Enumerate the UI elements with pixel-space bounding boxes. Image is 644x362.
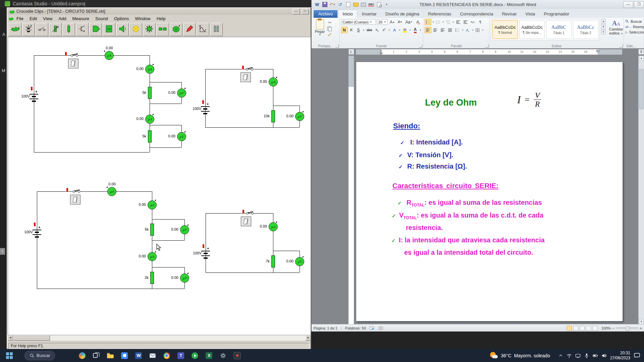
view-print-layout[interactable] xyxy=(567,326,572,330)
circuit-1-wire[interactable] xyxy=(34,55,34,152)
copy-icon[interactable] xyxy=(327,26,333,31)
word-count[interactable]: Palabras: 59 xyxy=(345,326,366,330)
page-count[interactable]: Página: 1 de 1 xyxy=(314,326,337,330)
document-page[interactable]: Ley de Ohm I = V R Siendo: ✓I: Intensida… xyxy=(356,62,623,321)
circuit-4-wire[interactable] xyxy=(206,213,206,273)
tool-pause-button[interactable] xyxy=(210,23,223,36)
scrollbar-thumb[interactable] xyxy=(13,335,50,341)
scroll-right-button[interactable]: ► xyxy=(306,335,311,341)
shrink-font-button[interactable]: A▼ xyxy=(397,19,404,25)
menu-help[interactable]: Help xyxy=(154,15,169,22)
format-painter-icon[interactable]: 🖉 xyxy=(327,32,333,37)
tool-probe-button[interactable] xyxy=(183,23,196,36)
tab-archivo[interactable]: Archivo xyxy=(314,10,337,18)
superscript-button[interactable]: x2 xyxy=(381,27,387,33)
circuit-2-battery-plate[interactable] xyxy=(201,111,210,112)
circuit-1-battery-plate[interactable] xyxy=(32,101,36,102)
circuit-1-switch-contact[interactable] xyxy=(76,54,78,57)
customize-arrow-icon[interactable]: ▾ xyxy=(384,2,389,7)
align-left-button[interactable] xyxy=(425,27,431,33)
tab-selector[interactable]: L xyxy=(348,49,354,55)
zoom-slider[interactable] xyxy=(616,327,639,328)
styles-more-button[interactable]: ⊽ xyxy=(601,29,606,35)
seleccionar-button[interactable]: ▷Seleccionar xyxy=(625,30,642,34)
styles-dialog-launcher[interactable] xyxy=(620,44,623,48)
circuit-1-wire[interactable] xyxy=(34,152,150,153)
style--normal[interactable]: AaBbCcDc¶ Normal xyxy=(492,20,518,39)
spelling-icon[interactable]: ABC xyxy=(368,2,374,7)
word-minimize-button[interactable]: — xyxy=(623,1,633,8)
tool-crocodile-button[interactable] xyxy=(9,23,21,36)
circuit-1-wire[interactable] xyxy=(34,55,150,56)
styles-scroll-up[interactable]: ▲ xyxy=(601,19,606,24)
circuit-2-wire[interactable] xyxy=(205,69,206,127)
tab-revisar[interactable]: Revisar xyxy=(498,10,521,18)
tab-inicio[interactable]: Inicio xyxy=(338,10,357,18)
canvas-horizontal-scrollbar[interactable]: ◄ ► xyxy=(8,335,311,341)
edge-circle-taskbar-icon[interactable] xyxy=(77,351,87,360)
new-document-icon[interactable] xyxy=(345,2,351,7)
menu-view[interactable]: View xyxy=(40,15,55,22)
change-styles-button[interactable]: AA Cambiar estilos ▼ xyxy=(607,19,625,36)
line-spacing-button[interactable] xyxy=(454,27,461,33)
decrease-indent-button[interactable] xyxy=(455,19,462,25)
doc-scroll-down[interactable]: ▼ xyxy=(639,319,644,324)
circuit-3-ammeter[interactable]: µA xyxy=(107,187,116,196)
circuit-4-battery-plate[interactable] xyxy=(201,255,210,256)
circuit-3-wire[interactable] xyxy=(152,267,184,267)
word-titlebar[interactable]: W↶▼↺ABC▾ TEMA 2 RESISTENCIEAS EN SERIE.d… xyxy=(312,0,644,9)
mic-icon[interactable] xyxy=(584,353,590,358)
circuit-1-wire[interactable] xyxy=(150,147,181,148)
circuit-1-switch[interactable] xyxy=(68,59,78,68)
grow-font-button[interactable]: A▲ xyxy=(389,19,396,25)
tool-lamp-button[interactable] xyxy=(129,23,142,36)
styles-scroll-down[interactable]: ▼ xyxy=(601,24,606,29)
mail-taskbar-icon[interactable] xyxy=(148,351,157,360)
scroll-left-button[interactable]: ◄ xyxy=(8,335,13,341)
file-explorer-taskbar-icon[interactable] xyxy=(106,351,115,360)
justify-button[interactable] xyxy=(447,27,453,33)
tool-resistor-button[interactable] xyxy=(62,23,75,36)
strikethrough-button[interactable]: abe xyxy=(366,27,373,33)
chevron-up-icon[interactable] xyxy=(558,353,564,358)
tab-referencias[interactable]: Referencias xyxy=(424,10,455,18)
font-size-combo[interactable]: 20▼ xyxy=(377,19,388,25)
weather-widget[interactable]: 36°C Mayorm. soleado xyxy=(490,352,550,359)
circuit-2-resistor-10k[interactable] xyxy=(271,110,275,122)
circuit-1-voltmeter[interactable]: µV xyxy=(177,88,186,98)
circuit-4-battery-plate[interactable] xyxy=(204,253,208,254)
tool-and-gate-button[interactable] xyxy=(89,23,102,36)
multilevel-list-button[interactable] xyxy=(445,19,451,25)
zoom-in-button[interactable]: + xyxy=(640,326,642,330)
zoom-level[interactable]: 100% xyxy=(601,326,611,330)
circuit-canvas[interactable]: +100VµA0.00µA0.00µV0.00µA0.00µV0.005k5k+… xyxy=(8,37,311,335)
teams-taskbar-icon[interactable]: T xyxy=(176,351,185,360)
circuit-1-battery[interactable] xyxy=(30,94,38,95)
paste-button[interactable]: Pegar ▼ xyxy=(313,19,327,37)
circuit-1-ammeter[interactable]: µA xyxy=(145,115,154,124)
align-right-button[interactable] xyxy=(439,27,446,33)
circuit-3-voltmeter[interactable]: µV xyxy=(180,274,189,283)
tool-oscilloscope-button[interactable] xyxy=(197,23,209,36)
cast-icon[interactable] xyxy=(575,353,581,358)
bold-button[interactable]: N xyxy=(341,27,347,33)
circuit-4-wire[interactable] xyxy=(206,273,300,273)
zoom-out-button[interactable]: − xyxy=(612,326,614,330)
circuit-3-switch[interactable] xyxy=(70,195,80,204)
app-blue-taskbar-icon[interactable] xyxy=(120,351,129,360)
borders-button[interactable] xyxy=(474,27,481,33)
circuit-4-ammeter[interactable]: µA xyxy=(269,222,278,231)
print-preview-icon[interactable] xyxy=(376,2,382,7)
circuit-4-switch-contact[interactable] xyxy=(251,212,254,215)
view-fullscreen[interactable] xyxy=(573,326,578,330)
circuit-4-battery-plate[interactable] xyxy=(204,257,208,259)
battery-icon[interactable] xyxy=(593,353,598,358)
italic-button[interactable]: K xyxy=(348,27,355,33)
sort-button[interactable]: AZ↓ xyxy=(470,19,476,25)
circuit-2-wire[interactable] xyxy=(273,106,300,106)
circuit-3-switch-rocker[interactable] xyxy=(73,197,77,202)
doc-scroll-up[interactable]: ▲ xyxy=(639,56,644,61)
task-view-taskbar-icon[interactable] xyxy=(92,351,101,360)
circuit-1-wire[interactable] xyxy=(150,82,181,82)
minimize-button[interactable]: — xyxy=(292,9,300,14)
